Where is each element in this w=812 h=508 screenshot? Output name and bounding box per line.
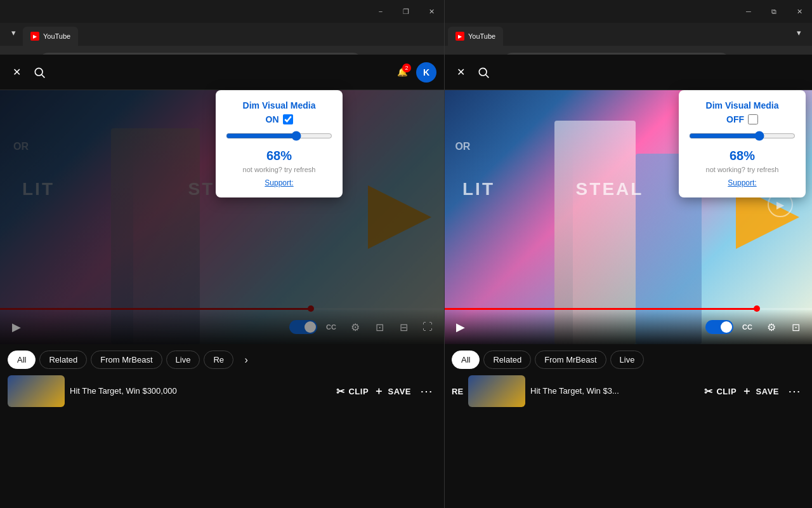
right-titlebar: ─ ⧉ ✕ xyxy=(444,0,812,23)
left-popup-slider-container xyxy=(226,131,332,144)
left-yt-close-button[interactable]: ✕ xyxy=(8,64,25,81)
left-notif-badge: 2 xyxy=(402,64,411,72)
left-save-plus-icon: ＋ xyxy=(374,385,384,398)
left-active-tab[interactable]: ▶ YouTube xyxy=(23,27,78,46)
left-chip-frommrbeast[interactable]: From MrBeast xyxy=(91,351,162,369)
left-titlebar: − ❐ ✕ xyxy=(0,0,444,23)
right-chip-live[interactable]: Live xyxy=(610,351,645,369)
left-popup-title: Dim Visual Media xyxy=(226,100,332,110)
right-video-controls: ▶ CC ⚙ ⊡ xyxy=(444,310,812,344)
left-clip-label: CLIP xyxy=(348,387,369,396)
left-chip-live[interactable]: Live xyxy=(166,351,200,369)
right-popup-slider[interactable] xyxy=(689,131,796,141)
left-popup-slider[interactable] xyxy=(226,131,332,141)
right-popup-title: Dim Visual Media xyxy=(689,100,796,110)
right-clip-button[interactable]: ✂ CLIP xyxy=(704,385,737,398)
right-chip-all[interactable]: All xyxy=(452,351,480,369)
right-save-label: SAVE xyxy=(756,387,779,396)
left-filter-chips: All Related From MrBeast Live Re › xyxy=(0,344,444,373)
svg-line-1 xyxy=(42,74,45,77)
right-action-area: RE Hit The Target, Win $3... ✂ CLIP ＋ SA… xyxy=(444,373,812,412)
right-video-toggle[interactable] xyxy=(705,320,733,334)
right-video-text-or: OR xyxy=(455,141,470,152)
left-scissors-icon: ✂ xyxy=(336,385,345,398)
right-video-text-lit: LIT xyxy=(462,179,495,199)
right-tab-strip: ▾ ▶ YouTube xyxy=(444,23,812,46)
left-settings-button[interactable]: ⚙ xyxy=(345,317,365,337)
right-chip-frommrbeast[interactable]: From MrBeast xyxy=(535,351,606,369)
left-chip-related[interactable]: Related xyxy=(39,351,87,369)
right-thumb-title: Hit The Target, Win $3... xyxy=(530,386,619,397)
right-scissors-icon: ✂ xyxy=(704,385,713,398)
left-minimize-button[interactable]: − xyxy=(368,0,393,23)
right-popup-hint: not working? try refresh xyxy=(689,166,796,173)
left-popup-toggle-checkbox[interactable] xyxy=(283,114,293,124)
right-ext-popup: Dim Visual Media OFF 68% not working? tr… xyxy=(679,90,806,197)
right-more-button[interactable]: ⋯ xyxy=(784,381,804,401)
right-tab-favicon: ▶ xyxy=(455,32,464,41)
left-chip-all[interactable]: All xyxy=(8,351,36,369)
left-browser-window: − ❐ ✕ ▾ ▶ YouTube B ▲ 🌐 youtube.com/ xyxy=(0,0,444,508)
right-close-button[interactable]: ✕ xyxy=(787,0,812,23)
left-chip-re[interactable]: Re xyxy=(204,351,233,369)
left-tab-favicon: ▶ xyxy=(30,32,39,41)
right-popup-slider-container xyxy=(689,131,796,144)
left-theater-button[interactable]: ⊟ xyxy=(393,317,414,337)
window-separator xyxy=(444,0,445,508)
left-clip-button[interactable]: ✂ CLIP xyxy=(336,385,369,398)
left-window-controls: − ❐ ✕ xyxy=(368,0,444,23)
right-cc-button[interactable]: CC xyxy=(737,317,757,337)
right-save-button[interactable]: ＋ SAVE xyxy=(742,385,779,398)
left-popup-hint: not working? try refresh xyxy=(226,166,332,173)
svg-line-3 xyxy=(486,74,489,77)
right-chip-related[interactable]: Related xyxy=(483,351,531,369)
right-filter-chips: All Related From MrBeast Live xyxy=(444,344,812,373)
left-thumb-mini xyxy=(8,375,65,407)
right-yt-close-button[interactable]: ✕ xyxy=(452,64,469,81)
right-video-text-steal: STEAL xyxy=(576,179,644,199)
left-action-area: Hit The Target, Win $300,000 ✂ CLIP ＋ SA… xyxy=(0,373,444,412)
left-popup-support-link[interactable]: Support: xyxy=(226,178,332,187)
right-toggle-knob xyxy=(721,321,732,333)
left-cc-button[interactable]: CC xyxy=(321,317,341,337)
right-person-1 xyxy=(444,90,573,344)
left-tab-label: YouTube xyxy=(43,32,70,40)
right-popup-toggle-checkbox[interactable] xyxy=(748,114,758,124)
right-yt-search-button[interactable] xyxy=(475,64,492,81)
left-play-button[interactable]: ▶ xyxy=(6,317,27,337)
left-fullscreen-button[interactable]: ⛶ xyxy=(417,317,438,337)
left-close-button[interactable]: ✕ xyxy=(419,0,444,23)
left-popup-toggle-row: ON xyxy=(226,114,332,124)
left-restore-button[interactable]: ❐ xyxy=(393,0,419,23)
left-more-button[interactable]: ⋯ xyxy=(416,381,436,401)
left-chip-arrow[interactable]: › xyxy=(237,351,255,369)
right-browser-window: ─ ⧉ ✕ ▾ ▶ YouTube ⬆ B ▲ 🌐 youtube.com/wa… xyxy=(444,0,812,508)
right-miniplayer-button[interactable]: ⊡ xyxy=(785,317,806,337)
left-miniplayer-button[interactable]: ⊡ xyxy=(369,317,390,337)
left-bottom-bar: All Related From MrBeast Live Re › Hit T… xyxy=(0,344,444,412)
left-yt-search-button[interactable] xyxy=(30,64,48,81)
right-play-button[interactable]: ▶ xyxy=(450,317,471,337)
svg-point-0 xyxy=(35,68,43,76)
right-minimize-button[interactable]: ─ xyxy=(736,0,761,23)
left-popup-toggle-label: ON xyxy=(266,114,279,124)
left-video-toggle[interactable] xyxy=(289,320,317,334)
right-window-controls: ─ ⧉ ✕ xyxy=(736,0,812,23)
right-yt-content: ✕ Dim Visual Media OFF 68% xyxy=(444,55,812,508)
left-ext-popup: Dim Visual Media ON 68% not working? try… xyxy=(216,90,343,197)
left-yt-content: ✕ 🔔 2 K Dim Visual Media ON xyxy=(0,55,444,508)
left-save-button[interactable]: ＋ SAVE xyxy=(374,385,411,398)
right-bottom-bar: All Related From MrBeast Live RE Hit The… xyxy=(444,344,812,412)
right-restore-button[interactable]: ⧉ xyxy=(761,0,787,23)
right-yt-header: ✕ xyxy=(444,55,812,90)
left-notification-button[interactable]: 🔔 2 xyxy=(393,64,411,81)
right-settings-button[interactable]: ⚙ xyxy=(761,317,782,337)
left-tab-dropdown[interactable]: ▾ xyxy=(4,23,23,42)
right-thumb-mini xyxy=(468,375,525,407)
left-save-label: SAVE xyxy=(388,387,411,396)
right-active-tab[interactable]: ▶ YouTube xyxy=(448,27,503,46)
right-tab-dropdown[interactable]: ▾ xyxy=(789,23,808,42)
left-popup-percent: 68% xyxy=(226,149,332,163)
right-popup-support-link[interactable]: Support: xyxy=(689,178,796,187)
left-user-avatar[interactable]: K xyxy=(416,62,436,83)
